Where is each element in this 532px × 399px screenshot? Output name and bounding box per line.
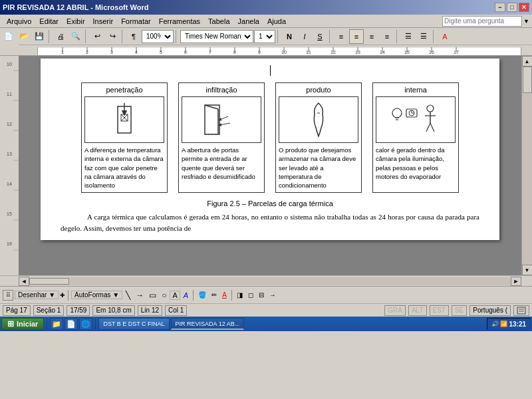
line-tool[interactable]: ╲ xyxy=(124,291,132,300)
menu-janela[interactable]: Janela xyxy=(234,16,263,27)
scroll-right-button[interactable]: ► xyxy=(511,277,521,286)
menu-editar[interactable]: Editar xyxy=(35,16,63,27)
start-button[interactable]: ⊞ Iniciar xyxy=(1,318,44,330)
taskbar-icon-1[interactable]: 📁 xyxy=(50,318,63,330)
svg-text:9: 9 xyxy=(258,50,261,55)
shadow-button[interactable]: ◨ xyxy=(235,291,245,299)
taskbar-icon-3[interactable]: 🌐 xyxy=(79,318,92,330)
menu-ajuda[interactable]: Ajuda xyxy=(263,16,290,27)
font-select[interactable]: Times New Roman xyxy=(180,30,253,43)
taskbar-icon-2[interactable]: 📄 xyxy=(65,318,78,330)
svg-text:14: 14 xyxy=(380,50,385,55)
redo-button[interactable]: ↪ xyxy=(105,29,120,44)
align-left-button[interactable]: ≡ xyxy=(334,29,348,44)
svg-text:10: 10 xyxy=(281,50,287,55)
menu-tabela[interactable]: Tabela xyxy=(204,16,233,27)
status-pages: 17/59 xyxy=(66,305,90,316)
oval-tool[interactable]: ○ xyxy=(160,291,168,300)
h-scroll-thumb[interactable] xyxy=(29,278,69,285)
ruler-scale: 1 2 3 4 5 6 7 8 9 10 11 xyxy=(37,47,521,55)
scroll-down-button[interactable]: ▼ xyxy=(522,265,533,275)
svg-text:14: 14 xyxy=(7,182,12,186)
align-right-button[interactable]: ≡ xyxy=(364,29,379,44)
svg-line-56 xyxy=(205,105,218,109)
justify-button[interactable]: ≡ xyxy=(380,29,394,44)
font-color-btn[interactable]: A xyxy=(220,291,229,299)
status-bar: Pág 17 Seção 1 17/59 Em 10,8 cm Lin 12 C… xyxy=(0,303,532,317)
document-view[interactable]: penetração xyxy=(19,56,521,275)
fill-color-button[interactable]: 🪣 xyxy=(196,291,208,299)
window-controls: − □ ✕ xyxy=(495,3,529,12)
toolbar-standard: 📄 📂 💾 🖨 🔍 ↩ ↪ ¶ 100% Times New Roman 12 … xyxy=(0,28,532,45)
zoom-select[interactable]: 100% xyxy=(142,30,174,43)
figure-penetracao: penetração xyxy=(81,82,168,193)
vertical-scrollbar[interactable]: ▲ ▼ xyxy=(521,56,532,275)
menu-ferramentas[interactable]: Ferramentas xyxy=(155,16,204,27)
save-button[interactable]: 💾 xyxy=(32,29,47,44)
drawing-toolbar: ⠿ Desenhar ▼ ✚ AutoFormas ▼ ╲ → ▭ ○ A A … xyxy=(0,286,532,303)
svg-text:11: 11 xyxy=(7,92,12,96)
numbering-button[interactable]: ☰ xyxy=(416,29,431,44)
status-se: SE xyxy=(452,305,467,316)
fig1-text: A diferença de temperatura interna e ext… xyxy=(84,146,164,190)
draw-label[interactable]: Desenhar ▼ xyxy=(15,291,59,299)
svg-text:1: 1 xyxy=(61,50,64,55)
svg-text:13: 13 xyxy=(7,152,12,156)
svg-line-73 xyxy=(430,123,434,132)
menu-exibir[interactable]: Exibir xyxy=(63,16,89,27)
svg-rect-74 xyxy=(517,307,525,314)
scroll-track[interactable] xyxy=(522,66,532,265)
print-button[interactable]: 🖨 xyxy=(53,29,68,44)
help-search-input[interactable] xyxy=(442,16,522,27)
h-scroll-track[interactable] xyxy=(29,277,511,285)
menu-formatar[interactable]: Formatar xyxy=(117,16,155,27)
scroll-up-button[interactable]: ▲ xyxy=(522,56,533,66)
scroll-thumb[interactable] xyxy=(523,66,532,93)
status-est: EST xyxy=(430,305,449,316)
word-count-icon[interactable] xyxy=(513,305,529,316)
fig2-header: infiltração xyxy=(182,86,261,94)
textbox-tool[interactable]: A xyxy=(170,291,180,300)
open-button[interactable]: 📂 xyxy=(17,29,31,44)
underline-button[interactable]: S xyxy=(313,29,327,44)
fig3-icon xyxy=(279,96,358,143)
scroll-left-button[interactable]: ◄ xyxy=(19,277,29,286)
taskbar-item-dst[interactable]: DST B E DST C FINAL xyxy=(98,318,169,330)
status-lang: Português ( xyxy=(469,305,511,316)
autoforms-label[interactable]: AutoFormas ▼ xyxy=(71,291,122,299)
close-button[interactable]: ✕ xyxy=(519,3,529,12)
arrow-tool[interactable]: → xyxy=(134,291,146,300)
dash-style[interactable]: ⊟ xyxy=(257,291,266,299)
systray-icons: 🔊 📶 xyxy=(491,321,508,327)
preview-button[interactable]: 🔍 xyxy=(68,29,83,44)
menu-arquivo[interactable]: Arquivo xyxy=(3,16,35,27)
arrow-style[interactable]: → xyxy=(267,291,278,299)
figure-interna: interna xyxy=(372,82,459,193)
bullets-button[interactable]: ☰ xyxy=(401,29,416,44)
status-alt: ALT xyxy=(408,305,427,316)
maximize-button[interactable]: □ xyxy=(507,3,517,12)
bold-button[interactable]: N xyxy=(282,29,297,44)
app-title: PIR REVISADA 12 ABRIL - Microsoft Word xyxy=(3,3,148,11)
menu-inserir[interactable]: Inserir xyxy=(89,16,118,27)
font-color-button[interactable]: A xyxy=(438,29,452,44)
svg-text:16: 16 xyxy=(7,241,12,246)
italic-button[interactable]: I xyxy=(297,29,312,44)
status-page: Pág 17 xyxy=(3,305,31,316)
font-size-select[interactable]: 12 xyxy=(254,30,275,43)
paragraph-mark[interactable]: ¶ xyxy=(126,29,141,44)
draw-cursor-icon[interactable]: ✚ xyxy=(60,292,65,299)
minimize-button[interactable]: − xyxy=(495,3,505,12)
undo-button[interactable]: ↩ xyxy=(90,29,104,44)
taskbar-item-pir[interactable]: PIR REVISADA 12 AB... xyxy=(171,318,245,330)
svg-rect-55 xyxy=(205,105,219,134)
wordart-tool[interactable]: A xyxy=(182,291,190,299)
3d-button[interactable]: ◻ xyxy=(246,291,255,299)
svg-text:12: 12 xyxy=(7,122,12,126)
new-button[interactable]: 📄 xyxy=(1,29,16,44)
svg-text:7: 7 xyxy=(209,50,211,55)
align-center-button[interactable]: ≡ xyxy=(349,29,364,44)
figure-caption: Figura 2.5 – Parcelas de carga térmica xyxy=(61,200,479,207)
line-color-button[interactable]: ✏ xyxy=(209,291,219,299)
rect-tool[interactable]: ▭ xyxy=(147,291,158,300)
